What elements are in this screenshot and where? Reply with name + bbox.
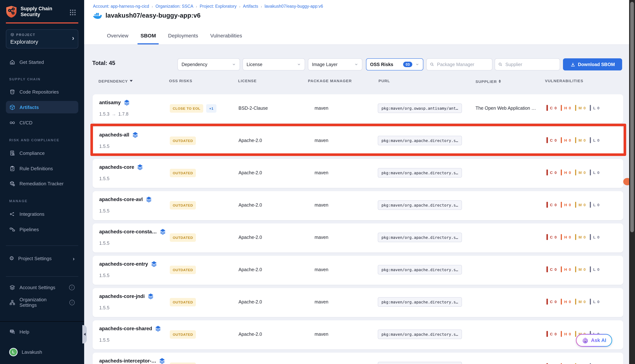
dependency-name: apacheds-core-jndi xyxy=(99,293,154,300)
table-row[interactable]: apacheds-core-avl 1.5.5OUTDATEDApache-2.… xyxy=(93,191,623,220)
tab-overview[interactable]: Overview xyxy=(106,27,130,44)
purl-chip[interactable]: pkg:maven/org.apache.directory.s… xyxy=(378,233,462,242)
package-manager-search-input[interactable] xyxy=(436,62,489,67)
purl-chip[interactable]: pkg:maven/org.owasp.antisamy/ant… xyxy=(378,104,462,113)
severity-bar xyxy=(575,170,576,176)
breadcrumb-link[interactable]: Project: Exploratory xyxy=(200,4,237,8)
table-row[interactable]: apacheds-core 1.5.5OUTDATEDApache-2.0mav… xyxy=(93,159,623,188)
dependency-name: apacheds-core xyxy=(99,164,143,170)
table-row[interactable]: apacheds-interceptor-… 1.5.5OUTDATEDApac… xyxy=(93,352,623,364)
pipeline-icon xyxy=(9,226,16,232)
table-row[interactable]: apacheds-core-jndi 1.5.5OUTDATEDApache-2… xyxy=(93,288,623,317)
vuln-severity-c: C 0 xyxy=(546,363,557,364)
sidebar-item-account-settings[interactable]: Account Settings i xyxy=(6,281,78,294)
sidebar-item-compliance[interactable]: Compliance xyxy=(6,147,78,159)
layers-icon xyxy=(124,100,130,106)
layers-icon xyxy=(137,164,143,170)
purl-chip[interactable]: pkg:maven/org.apache.directory.s… xyxy=(378,330,462,339)
vuln-severity-c: C 0 xyxy=(546,234,557,240)
severity-bar xyxy=(561,331,562,337)
table-header: DEPENDENCYOSS RISKSLICENSEPACKAGE MANAGE… xyxy=(84,78,635,86)
tab-deployments[interactable]: Deployments xyxy=(167,27,199,44)
breadcrumb-separator: › xyxy=(196,4,197,8)
oss-risks-filter[interactable]: OSS Risks 03 xyxy=(366,58,423,70)
brand-accent-line xyxy=(6,22,78,24)
sbom-content: Total: 45 Dependency License Image Layer… xyxy=(84,45,635,364)
table-row[interactable]: apacheds-core-shared 1.5.5OUTDATEDApache… xyxy=(93,320,623,349)
purl-chip[interactable]: pkg:maven/org.apache.directory.s… xyxy=(378,200,462,210)
sidebar-item-rule-definitions[interactable]: Rule Definitions xyxy=(6,162,78,175)
severity-bar xyxy=(590,170,591,176)
vuln-severity-m: M 0 xyxy=(575,234,586,240)
sidebar-item-pipelines[interactable]: Pipelines xyxy=(6,223,78,236)
repo-icon: </> xyxy=(9,88,16,95)
ai-robot-icon xyxy=(582,337,589,344)
scrollbar-thumb[interactable] xyxy=(630,2,634,232)
license-cell: Apache-2.0 xyxy=(239,267,262,272)
supplier-search-input[interactable] xyxy=(505,62,557,67)
tab-sbom[interactable]: SBOM xyxy=(139,27,157,44)
risk-badge: OUTDATED xyxy=(170,362,196,364)
purl-chip[interactable]: pkg:maven/org.apache.directory.s… xyxy=(378,265,462,274)
sidebar-item-code-repositories[interactable]: </>Code Repositories xyxy=(6,86,78,98)
vuln-severity-l: L 0 xyxy=(590,137,600,143)
table-row[interactable]: apacheds-core-consta… 1.5.5OUTDATEDApach… xyxy=(93,224,623,252)
risk-badge: OUTDATED xyxy=(170,169,196,177)
supplier-search xyxy=(495,58,560,70)
sidebar-item-project-settings[interactable]: ⚙ Project Settings › xyxy=(6,252,78,264)
vulnerabilities-cell: C 0H 0M 0L 0 xyxy=(546,266,600,272)
filter-dropdown-dependency[interactable]: Dependency xyxy=(177,58,240,70)
scrollbar-track[interactable] xyxy=(629,0,635,364)
docker-icon xyxy=(93,12,102,19)
sidebar-item-remediation-tracker[interactable]: Remediation Tracker xyxy=(6,177,78,190)
supplier-cell: The Open Web Application … xyxy=(476,106,536,111)
license-cell: Apache-2.0 xyxy=(239,300,262,304)
project-selector[interactable]: PROJECT Exploratory › xyxy=(6,29,78,48)
sidebar-item-get-started[interactable]: Get Started xyxy=(6,56,78,68)
severity-bar xyxy=(561,105,562,111)
table-row[interactable]: apacheds-core-entry 1.5.5OUTDATEDApache-… xyxy=(93,256,623,285)
severity-bar xyxy=(561,363,562,364)
info-icon[interactable]: i xyxy=(69,284,75,290)
ask-ai-button[interactable]: Ask AI xyxy=(576,334,612,347)
sidebar-item-cicd[interactable]: CI/CD xyxy=(6,116,78,129)
column-header-dependency[interactable]: DEPENDENCY xyxy=(98,78,133,83)
package-manager-cell: maven xyxy=(315,138,328,143)
package-manager-search xyxy=(426,58,492,70)
download-sbom-button[interactable]: Download SBOM xyxy=(563,58,622,70)
info-icon[interactable]: i xyxy=(69,300,75,305)
column-header-supplier[interactable]: SUPPLIER xyxy=(476,78,501,84)
breadcrumb-link[interactable]: lavakush07/easy-buggy-app:v6 xyxy=(265,4,323,8)
sidebar-collapse-handle[interactable] xyxy=(82,325,87,344)
table-row[interactable]: apacheds-all 1.5.5OUTDATEDApache-2.0mave… xyxy=(93,126,623,156)
breadcrumb-link[interactable]: Artifacts xyxy=(243,4,258,8)
sidebar-item-help[interactable]: ? Help xyxy=(6,326,78,338)
breadcrumb-link[interactable]: Organization: SSCA xyxy=(155,4,193,8)
vuln-severity-h: H 0 xyxy=(561,331,571,337)
oss-risks-cell: OUTDATED xyxy=(170,233,196,242)
page-title-row: lavakush07/easy-buggy-app:v6 xyxy=(93,12,200,20)
divider xyxy=(6,246,78,246)
sidebar-item-integrations[interactable]: Integrations xyxy=(6,208,78,220)
sidebar-user-menu[interactable]: L Lavakush xyxy=(6,346,78,358)
filter-dropdown-image-layer[interactable]: Image Layer xyxy=(308,58,362,70)
vuln-severity-l: L 0 xyxy=(590,202,600,208)
risk-badge[interactable]: +1 xyxy=(206,104,217,113)
license-cell: Apache-2.0 xyxy=(239,202,262,208)
tab-vulnerabilities[interactable]: Vulnerabilities xyxy=(209,27,243,44)
package-manager-cell: maven xyxy=(315,106,328,111)
purl-chip[interactable]: pkg:maven/org.apache.directory.s… xyxy=(378,136,462,145)
vuln-severity-c: C 0 xyxy=(546,202,557,208)
sort-icon xyxy=(499,78,501,84)
license-cell: Apache-2.0 xyxy=(239,235,262,240)
table-row[interactable]: antisamy 1.5.3→1.7.8CLOSE TO EOL+1BSD-2-… xyxy=(93,94,623,123)
sidebar-item-organization-settings[interactable]: Organization Settings i xyxy=(6,296,78,308)
breadcrumb-link[interactable]: Account: app-harness-ng-cicd xyxy=(93,4,149,8)
purl-chip[interactable]: pkg:maven/org.apache.directory.s… xyxy=(378,168,462,178)
purl-chip[interactable]: pkg:maven/org.apache.directory.s… xyxy=(378,362,462,364)
app-switcher-grid-icon[interactable] xyxy=(69,9,76,16)
sidebar-item-artifacts[interactable]: Artifacts xyxy=(6,101,78,114)
filter-dropdown-license[interactable]: License xyxy=(243,58,305,70)
purl-chip[interactable]: pkg:maven/org.apache.directory.s… xyxy=(378,297,462,307)
dependency-version: 1.5.3→1.7.8 xyxy=(99,112,128,117)
